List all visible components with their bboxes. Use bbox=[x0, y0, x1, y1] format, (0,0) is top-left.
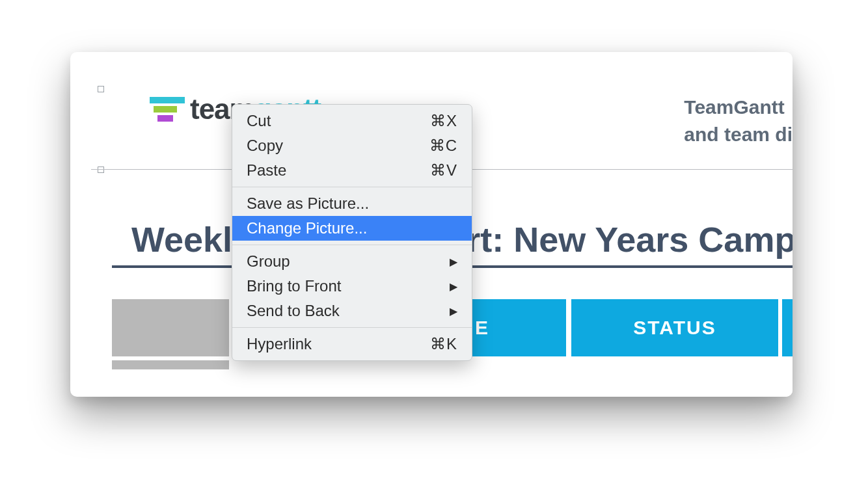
selection-handle-icon[interactable] bbox=[98, 86, 104, 92]
menu-separator bbox=[232, 187, 472, 187]
menu-item-label: Cut bbox=[247, 112, 271, 130]
submenu-arrow-icon: ▶ bbox=[450, 256, 457, 268]
context-menu: Cut ⌘X Copy ⌘C Paste ⌘V Save as Picture.… bbox=[232, 104, 472, 361]
table-row-header-empty bbox=[112, 299, 229, 356]
menu-item-shortcut: ⌘V bbox=[430, 161, 457, 180]
menu-item-cut[interactable]: Cut ⌘X bbox=[232, 109, 472, 133]
menu-item-label: Change Picture... bbox=[247, 219, 367, 237]
menu-separator bbox=[232, 245, 472, 245]
menu-item-label: Bring to Front bbox=[247, 277, 341, 295]
menu-item-label: Hyperlink bbox=[247, 335, 312, 353]
document-canvas[interactable]: teamgantt TeamGantt and team di Weekly S… bbox=[91, 73, 793, 397]
menu-separator bbox=[232, 327, 472, 328]
menu-item-label: Save as Picture... bbox=[247, 194, 369, 213]
menu-item-shortcut: ⌘C bbox=[429, 137, 457, 155]
menu-item-label: Paste bbox=[247, 161, 286, 180]
logo-bars-icon bbox=[150, 97, 185, 122]
menu-item-send-to-back[interactable]: Send to Back ▶ bbox=[232, 299, 472, 323]
submenu-arrow-icon: ▶ bbox=[450, 280, 457, 293]
menu-item-paste[interactable]: Paste ⌘V bbox=[232, 158, 472, 183]
menu-item-bring-to-front[interactable]: Bring to Front ▶ bbox=[232, 274, 472, 299]
table-row-header-empty bbox=[112, 360, 229, 369]
menu-item-shortcut: ⌘X bbox=[430, 112, 457, 130]
submenu-arrow-icon: ▶ bbox=[450, 305, 457, 317]
menu-item-label: Copy bbox=[247, 137, 283, 155]
table-column-header-label: E bbox=[475, 317, 489, 339]
menu-item-group[interactable]: Group ▶ bbox=[232, 249, 472, 274]
window-frame: teamgantt TeamGantt and team di Weekly S… bbox=[70, 52, 793, 397]
table-column-header-status: STATUS bbox=[571, 299, 778, 356]
menu-item-label: Group bbox=[247, 252, 290, 271]
menu-item-change-picture[interactable]: Change Picture... bbox=[232, 216, 472, 241]
menu-item-save-as-picture[interactable]: Save as Picture... bbox=[232, 191, 472, 216]
header-right-text: TeamGantt and team di bbox=[684, 94, 793, 148]
menu-item-label: Send to Back bbox=[247, 302, 340, 320]
table-column-header-label: STATUS bbox=[633, 317, 716, 339]
table-column-header bbox=[782, 299, 793, 356]
menu-item-hyperlink[interactable]: Hyperlink ⌘K bbox=[232, 332, 472, 356]
menu-item-copy[interactable]: Copy ⌘C bbox=[232, 133, 472, 158]
menu-item-shortcut: ⌘K bbox=[430, 335, 457, 353]
selection-handle-icon[interactable] bbox=[98, 167, 104, 173]
